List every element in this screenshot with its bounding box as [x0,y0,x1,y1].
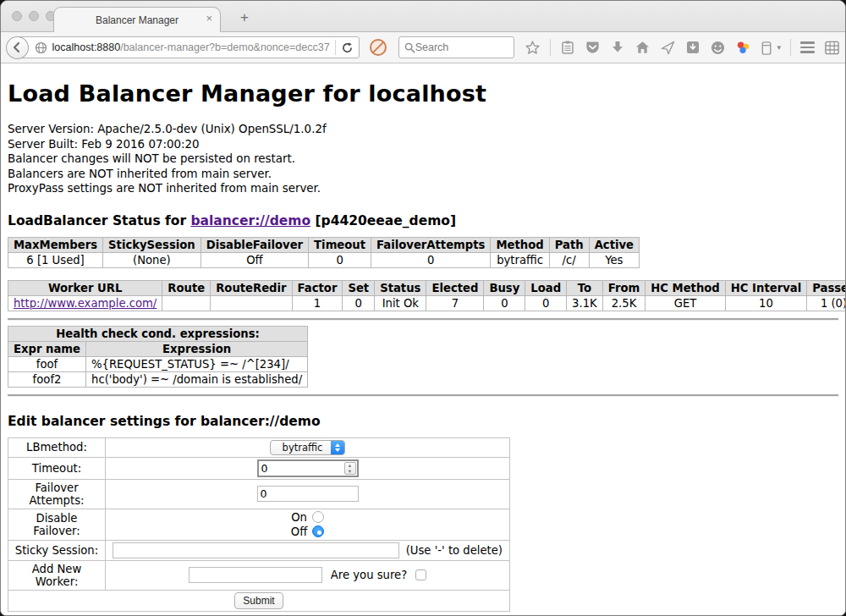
table-cell: foof2 [8,371,86,387]
save-page-icon[interactable] [685,40,700,55]
extension-grid-icon[interactable] [824,40,840,56]
form-row-add-worker: Add New Worker: Are you sure? [8,560,510,590]
table-cell: 0 [309,252,371,267]
table-cell: GET [645,295,726,311]
home-icon[interactable] [634,40,651,55]
search-input[interactable] [415,41,500,53]
table-cell: (None) [103,252,201,267]
tab-title: Balancer Manager [96,14,179,26]
table-header-cell: Route [162,280,211,295]
number-spinner-icon[interactable]: ▴▾ [344,462,356,475]
table-cell: 7 [426,295,484,311]
section-divider [8,394,838,397]
lbmethod-select[interactable]: bytraffic [270,440,346,455]
tab-close-icon[interactable]: × [206,13,212,24]
form-row-timeout: Timeout: ▴▾ [8,457,510,479]
table-header-cell: Active [589,237,639,252]
table-header-cell: From [602,280,645,295]
table-header-cell: RouteRedir [211,280,292,295]
toolbar-separator [550,39,551,56]
table-cell: %{REQUEST_STATUS} =~ /^[234]/ [86,356,308,371]
window-controls[interactable] [12,11,56,21]
table-header-cell: DisableFailover [201,237,308,252]
minimize-window-icon[interactable] [29,11,39,21]
select-stepper-icon [331,440,344,455]
sticky-delete-hint: (Use '-' to delete) [406,544,503,557]
globe-icon [35,41,47,54]
balancer-demo-link[interactable]: balancer://demo [190,213,310,228]
reload-button[interactable] [341,41,354,54]
colors-extension-icon[interactable] [735,40,751,56]
health-table-title: Health check cond. expressions: [8,326,308,341]
are-you-sure-checkbox[interactable] [415,569,426,580]
table-header-cell: StickySession [103,237,201,252]
table-cell: bytraffic [491,252,549,267]
search-bar[interactable] [398,36,515,58]
sticky-session-input[interactable] [113,542,399,558]
table-cell [162,295,211,311]
disable-failover-off-radio[interactable] [312,525,324,537]
url-text[interactable]: localhost:8880/balancer-manager?b=demo&n… [52,41,330,53]
bookmark-star-icon[interactable] [525,40,541,56]
form-row-disable-failover: Disable Failover: On Off [8,509,510,540]
downloads-icon[interactable] [610,40,625,55]
proxypass-note-line: ProxyPass settings are NOT inherited fro… [8,181,838,196]
submit-button[interactable]: Submit [234,592,283,609]
table-cell: /c/ [549,252,589,267]
reload-icon [341,41,354,54]
new-tab-button[interactable]: + [234,9,255,26]
table-header-cell: Status [375,280,426,295]
table-cell: 0 [484,295,525,311]
status-heading-suffix: [p4420eeae_demo] [310,213,456,228]
table-cell: 0 [343,295,375,311]
back-button[interactable] [6,36,29,59]
table-header-cell: Timeout [309,237,371,252]
browser-window: Balancer Manager × + localhost:8880/bala… [0,0,846,616]
table-cell: Off [201,252,308,267]
failover-attempts-label: Failover Attempts: [8,479,106,509]
are-you-sure-label: Are you sure? [331,569,407,581]
reading-list-icon[interactable] [560,40,575,55]
failover-attempts-input[interactable] [257,486,359,502]
table-header-cell: Elected [426,280,484,295]
pocket-icon[interactable] [585,40,601,56]
radio-on-label: On [291,511,307,524]
url-bar[interactable]: localhost:8880/balancer-manager?b=demo&n… [17,36,360,58]
container-icon[interactable] [761,40,772,56]
worker-url-link[interactable]: http://www.example.com/ [14,297,157,310]
sticky-session-label: Sticky Session: [8,540,106,560]
status-heading-prefix: LoadBalancer Status for [8,213,190,228]
disable-failover-on-radio[interactable] [312,511,324,523]
send-tab-icon[interactable] [660,40,676,56]
table-row: foof2 hc('body') =~ /domain is establish… [8,371,308,387]
table-cell: foof [8,356,86,371]
health-check-table: Health check cond. expressions: Expr nam… [8,326,308,388]
table-cell: http://www.example.com/ [8,295,162,311]
table-cell: 10 [725,295,806,311]
form-row-sticky: Sticky Session: (Use '-' to delete) [8,540,510,560]
feedback-smiley-icon[interactable] [710,40,726,56]
search-icon [404,42,415,53]
inherit-note-line: Balancers are NOT inherited from main se… [8,167,838,182]
server-info: Server Version: Apache/2.5.0-dev (Unix) … [8,122,838,196]
table-header-cell: Set [343,280,375,295]
block-ads-icon[interactable] [370,39,387,56]
form-row-lbmethod: LBmethod: bytraffic [8,437,510,457]
back-icon [11,41,23,53]
caret-down-icon[interactable]: ▾ [777,43,781,52]
page-content: Load Balancer Manager for localhost Serv… [1,63,845,615]
timeout-input[interactable] [257,459,359,477]
tab-balancer-manager[interactable]: Balancer Manager × [53,7,221,32]
table-header-cell: Path [549,237,589,252]
form-row-submit: Submit [8,590,510,611]
table-header-cell: HC Interval [725,280,806,295]
lbmethod-label: LBmethod: [8,437,106,457]
close-window-icon[interactable] [12,11,22,21]
table-row: http://www.example.com/ 1 0 Init Ok 7 0 … [8,295,846,311]
table-cell: 1 [292,295,343,311]
add-worker-input[interactable] [189,567,322,583]
menu-icon[interactable] [800,41,815,53]
status-heading: LoadBalancer Status for balancer://demo … [8,213,838,228]
table-header-cell: Expr name [8,341,86,356]
balancer-settings-form: LBmethod: bytraffic Timeout: ▴▾ [8,437,510,612]
